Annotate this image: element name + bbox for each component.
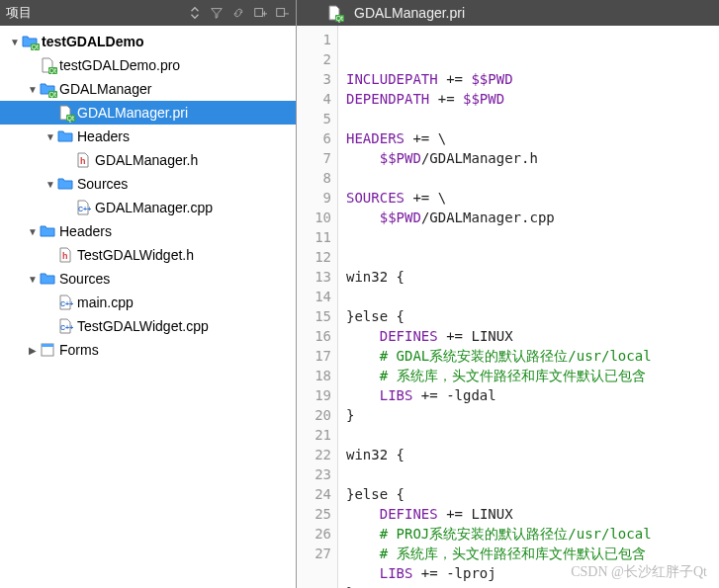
code-line[interactable]: LIBS += -lgdal <box>346 385 719 405</box>
tree-label: testGDALDemo <box>42 34 143 49</box>
add-pane-icon[interactable] <box>252 5 268 21</box>
source-area[interactable]: INCLUDEPATH += $$PWDDEPENDPATH += $$PWD … <box>338 26 719 588</box>
tree-label: Forms <box>59 342 99 358</box>
pro-icon: Qt <box>57 105 73 121</box>
svg-rect-8 <box>42 344 53 347</box>
cpp-icon: C++ <box>57 294 73 310</box>
tree-label: GDALManager.pri <box>77 105 188 121</box>
code-line[interactable]: DEFINES += LINUX <box>346 504 719 524</box>
code-line[interactable]: } <box>346 583 719 588</box>
editor-panel: Qt GDALManager.pri 123456789101112131415… <box>297 0 719 588</box>
cpp-icon: C++ <box>75 200 91 215</box>
tree-item-mainCpp[interactable]: C++main.cpp <box>0 291 296 314</box>
code-line[interactable]: win32 { <box>346 267 719 287</box>
code-line[interactable]: # 系统库，头文件路径和库文件默认已包含 <box>346 366 719 385</box>
h-icon: h <box>75 152 91 168</box>
expand-arrow[interactable]: ▼ <box>44 179 57 190</box>
expand-arrow[interactable]: ▼ <box>26 274 40 285</box>
tree-label: GDALManager.h <box>95 152 198 168</box>
tree-label: Sources <box>59 271 110 287</box>
cpp-icon: C++ <box>57 318 73 334</box>
folder-icon <box>57 176 73 192</box>
project-title: 项目 <box>6 4 32 22</box>
link-icon[interactable] <box>230 5 246 21</box>
tree-label: TestGDALWidget.h <box>77 247 194 263</box>
code-line[interactable] <box>346 247 719 267</box>
tree-item-proFile[interactable]: QttestGDALDemo.pro <box>0 53 296 77</box>
tree-label: Headers <box>77 128 130 144</box>
tree-item-sources1[interactable]: ▼Sources <box>0 172 296 196</box>
code-line[interactable] <box>346 464 719 484</box>
project-titlebar: 项目 <box>0 0 296 26</box>
expand-arrow[interactable]: ▶ <box>26 345 40 356</box>
watermark: CSDN @长沙红胖子Qt <box>571 562 707 582</box>
folderqt-icon: Qt <box>22 34 38 49</box>
tree-item-testWidgetCpp[interactable]: C++TestGDALWidget.cpp <box>0 314 296 338</box>
folder-icon <box>40 223 55 239</box>
code-line[interactable]: } <box>346 405 719 425</box>
code-line[interactable]: # 系统库，头文件路径和库文件默认已包含 <box>346 544 719 563</box>
tree-item-testWidgetH[interactable]: hTestGDALWidget.h <box>0 243 296 267</box>
h-icon: h <box>57 247 73 263</box>
expand-arrow[interactable]: ▼ <box>44 131 57 142</box>
tree-label: Headers <box>59 223 112 239</box>
code-line[interactable]: $$PWD/GDALManager.cpp <box>346 208 719 227</box>
svg-text:C++: C++ <box>60 300 73 307</box>
svg-text:h: h <box>62 251 68 261</box>
code-editor[interactable]: 1234567891011121314151617181920212223242… <box>297 26 719 588</box>
tree-item-gdalManagerH[interactable]: hGDALManager.h <box>0 148 296 172</box>
code-line[interactable] <box>346 109 719 128</box>
code-line[interactable]: win32 { <box>346 445 719 464</box>
line-gutter: 1234567891011121314151617181920212223242… <box>297 26 338 588</box>
expand-arrow[interactable]: ▼ <box>26 84 40 95</box>
tree-item-gdalManagerPri[interactable]: QtGDALManager.pri <box>0 101 296 125</box>
svg-text:h: h <box>80 156 86 166</box>
code-line[interactable]: }else { <box>346 306 719 326</box>
pro-icon: Qt <box>40 57 55 73</box>
file-icon: Qt <box>326 5 342 21</box>
project-panel: 项目 ▼QttestGDALDemoQttestGDALDemo.pro▼QtG… <box>0 0 297 588</box>
code-line[interactable]: HEADERS += \ <box>346 128 719 148</box>
tree-item-headers1[interactable]: ▼Headers <box>0 125 296 148</box>
editor-filename: GDALManager.pri <box>354 5 465 21</box>
tree-label: TestGDALWidget.cpp <box>77 318 209 334</box>
tree-label: main.cpp <box>77 294 134 310</box>
tree-label: Sources <box>77 176 128 192</box>
tree-item-gdalManager[interactable]: ▼QtGDALManager <box>0 77 296 101</box>
tree-item-sources2[interactable]: ▼Sources <box>0 267 296 291</box>
code-line[interactable]: DEFINES += LINUX <box>346 326 719 346</box>
tree-item-gdalManagerCpp[interactable]: C++GDALManager.cpp <box>0 196 296 219</box>
updown-icon[interactable] <box>187 5 203 21</box>
tree-label: GDALManager <box>59 81 151 97</box>
remove-pane-icon[interactable] <box>274 5 290 21</box>
code-line[interactable]: SOURCES += \ <box>346 188 719 208</box>
tree-item-root[interactable]: ▼QttestGDALDemo <box>0 30 296 53</box>
code-line[interactable] <box>346 425 719 445</box>
expand-arrow[interactable]: ▼ <box>26 226 40 237</box>
code-line[interactable] <box>346 227 719 247</box>
code-line[interactable]: DEPENDPATH += $$PWD <box>346 89 719 109</box>
code-line[interactable] <box>346 287 719 306</box>
tree-label: GDALManager.cpp <box>95 200 213 215</box>
code-line[interactable]: INCLUDEPATH += $$PWD <box>346 69 719 89</box>
tree-item-forms[interactable]: ▶Forms <box>0 338 296 362</box>
svg-rect-0 <box>255 9 263 17</box>
svg-text:C++: C++ <box>78 206 91 212</box>
expand-arrow[interactable]: ▼ <box>8 37 22 47</box>
folder-icon <box>57 128 73 144</box>
form-icon <box>40 342 55 358</box>
tree-item-headers2[interactable]: ▼Headers <box>0 219 296 243</box>
code-line[interactable]: }else { <box>346 484 719 504</box>
code-line[interactable]: # GDAL系统安装的默认路径位/usr/local <box>346 346 719 366</box>
svg-rect-1 <box>277 9 285 17</box>
code-line[interactable]: # PROJ系统安装的默认路径位/usr/local <box>346 524 719 544</box>
project-tree[interactable]: ▼QttestGDALDemoQttestGDALDemo.pro▼QtGDAL… <box>0 26 296 588</box>
folder-icon <box>40 271 55 287</box>
code-line[interactable]: $$PWD/GDALManager.h <box>346 148 719 168</box>
svg-text:C++: C++ <box>60 324 73 331</box>
editor-titlebar: Qt GDALManager.pri <box>297 0 719 26</box>
filter-icon[interactable] <box>209 5 225 21</box>
code-line[interactable] <box>346 168 719 188</box>
folderqt-icon: Qt <box>40 81 55 97</box>
tree-label: testGDALDemo.pro <box>59 57 180 73</box>
